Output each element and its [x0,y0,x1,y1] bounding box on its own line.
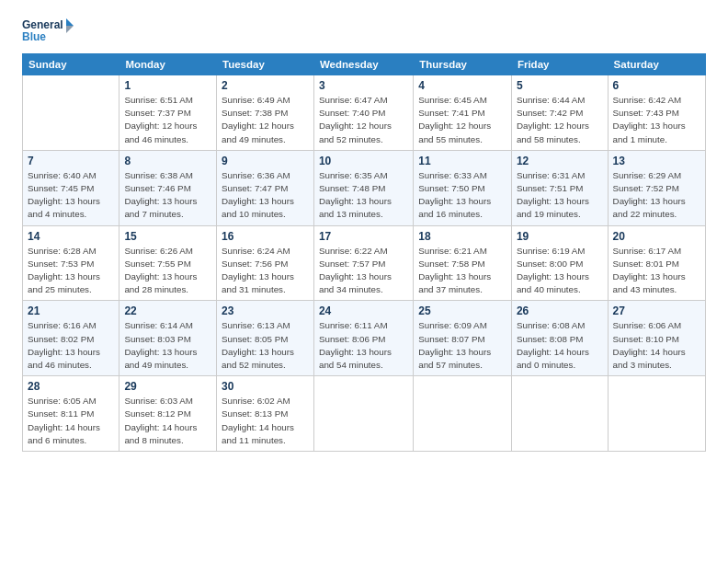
calendar-cell: 10Sunrise: 6:35 AM Sunset: 7:48 PM Dayli… [313,150,413,225]
day-detail: Sunrise: 6:11 AM Sunset: 8:06 PM Dayligh… [319,319,408,372]
calendar-cell: 27Sunrise: 6:06 AM Sunset: 8:10 PM Dayli… [608,301,705,376]
day-number: 14 [28,230,114,243]
day-detail: Sunrise: 6:49 AM Sunset: 7:38 PM Dayligh… [222,94,309,146]
calendar-cell: 23Sunrise: 6:13 AM Sunset: 8:05 PM Dayli… [217,301,314,376]
day-number: 11 [418,155,506,167]
day-detail: Sunrise: 6:19 AM Sunset: 8:00 PM Dayligh… [517,245,603,297]
day-number: 30 [222,380,309,393]
day-detail: Sunrise: 6:33 AM Sunset: 7:50 PM Dayligh… [418,169,506,222]
day-number: 19 [517,230,603,243]
calendar-cell [414,376,512,452]
day-detail: Sunrise: 6:28 AM Sunset: 7:53 PM Dayligh… [28,245,114,297]
day-number: 20 [613,230,700,243]
day-number: 23 [222,304,309,317]
calendar-cell: 16Sunrise: 6:24 AM Sunset: 7:56 PM Dayli… [217,225,314,301]
calendar-cell: 15Sunrise: 6:26 AM Sunset: 7:55 PM Dayli… [119,225,217,301]
calendar-cell: 18Sunrise: 6:21 AM Sunset: 7:58 PM Dayli… [414,225,512,301]
week-row-3: 14Sunrise: 6:28 AM Sunset: 7:53 PM Dayli… [23,225,706,301]
weekday-header-tuesday: Tuesday [217,54,314,75]
logo: General Blue [22,17,77,50]
week-row-5: 28Sunrise: 6:05 AM Sunset: 8:11 PM Dayli… [23,376,706,452]
calendar-table: SundayMondayTuesdayWednesdayThursdayFrid… [22,53,706,452]
weekday-header-sunday: Sunday [23,54,119,75]
day-detail: Sunrise: 6:31 AM Sunset: 7:51 PM Dayligh… [517,169,603,222]
day-number: 21 [28,304,114,317]
calendar-cell: 19Sunrise: 6:19 AM Sunset: 8:00 PM Dayli… [511,225,608,301]
day-detail: Sunrise: 6:29 AM Sunset: 7:52 PM Dayligh… [613,169,700,222]
calendar-cell [608,376,705,452]
week-row-4: 21Sunrise: 6:16 AM Sunset: 8:02 PM Dayli… [23,301,706,376]
day-detail: Sunrise: 6:14 AM Sunset: 8:03 PM Dayligh… [124,319,211,372]
day-detail: Sunrise: 6:05 AM Sunset: 8:11 PM Dayligh… [28,395,114,447]
calendar-cell [511,376,608,452]
calendar-cell: 12Sunrise: 6:31 AM Sunset: 7:51 PM Dayli… [511,150,608,225]
weekday-header-wednesday: Wednesday [313,54,413,75]
day-number: 13 [613,155,700,167]
page: General Blue SundayMondayTuesdayWednesda… [0,0,728,463]
day-detail: Sunrise: 6:03 AM Sunset: 8:12 PM Dayligh… [124,395,211,447]
header: General Blue [22,17,706,50]
day-number: 1 [124,79,211,92]
day-number: 9 [222,155,309,167]
day-detail: Sunrise: 6:13 AM Sunset: 8:05 PM Dayligh… [222,319,309,372]
calendar-cell: 3Sunrise: 6:47 AM Sunset: 7:40 PM Daylig… [313,75,413,151]
day-number: 22 [124,304,211,317]
calendar-cell: 8Sunrise: 6:38 AM Sunset: 7:46 PM Daylig… [119,150,217,225]
day-number: 27 [613,304,700,317]
day-detail: Sunrise: 6:02 AM Sunset: 8:13 PM Dayligh… [222,395,309,447]
day-detail: Sunrise: 6:06 AM Sunset: 8:10 PM Dayligh… [613,319,700,372]
day-detail: Sunrise: 6:36 AM Sunset: 7:47 PM Dayligh… [222,169,309,222]
day-number: 6 [613,79,700,92]
day-detail: Sunrise: 6:24 AM Sunset: 7:56 PM Dayligh… [222,245,309,297]
day-detail: Sunrise: 6:38 AM Sunset: 7:46 PM Dayligh… [124,169,211,222]
calendar-cell: 14Sunrise: 6:28 AM Sunset: 7:53 PM Dayli… [23,225,119,301]
day-number: 25 [418,304,506,317]
week-row-1: 1Sunrise: 6:51 AM Sunset: 7:37 PM Daylig… [23,75,706,151]
calendar-cell: 9Sunrise: 6:36 AM Sunset: 7:47 PM Daylig… [217,150,314,225]
day-detail: Sunrise: 6:51 AM Sunset: 7:37 PM Dayligh… [124,94,211,146]
weekday-header-monday: Monday [119,54,217,75]
day-detail: Sunrise: 6:42 AM Sunset: 7:43 PM Dayligh… [613,94,700,146]
svg-text:General: General [22,18,63,31]
calendar-cell: 30Sunrise: 6:02 AM Sunset: 8:13 PM Dayli… [217,376,314,452]
calendar-cell: 20Sunrise: 6:17 AM Sunset: 8:01 PM Dayli… [608,225,705,301]
week-row-2: 7Sunrise: 6:40 AM Sunset: 7:45 PM Daylig… [23,150,706,225]
calendar-cell: 26Sunrise: 6:08 AM Sunset: 8:08 PM Dayli… [511,301,608,376]
svg-marker-2 [66,26,74,33]
calendar-cell: 2Sunrise: 6:49 AM Sunset: 7:38 PM Daylig… [217,75,314,151]
day-number: 7 [28,155,114,167]
calendar-cell: 29Sunrise: 6:03 AM Sunset: 8:12 PM Dayli… [119,376,217,452]
calendar-cell: 1Sunrise: 6:51 AM Sunset: 7:37 PM Daylig… [119,75,217,151]
calendar-cell [23,75,119,151]
calendar-cell: 21Sunrise: 6:16 AM Sunset: 8:02 PM Dayli… [23,301,119,376]
day-number: 18 [418,230,506,243]
weekday-header-friday: Friday [511,54,608,75]
day-number: 15 [124,230,211,243]
calendar-cell: 28Sunrise: 6:05 AM Sunset: 8:11 PM Dayli… [23,376,119,452]
day-number: 8 [124,155,211,167]
calendar-cell: 11Sunrise: 6:33 AM Sunset: 7:50 PM Dayli… [414,150,512,225]
calendar-cell [313,376,413,452]
day-number: 28 [28,380,114,393]
svg-marker-1 [66,18,74,26]
calendar-cell: 17Sunrise: 6:22 AM Sunset: 7:57 PM Dayli… [313,225,413,301]
day-detail: Sunrise: 6:09 AM Sunset: 8:07 PM Dayligh… [418,319,506,372]
day-detail: Sunrise: 6:08 AM Sunset: 8:08 PM Dayligh… [517,319,603,372]
calendar-cell: 22Sunrise: 6:14 AM Sunset: 8:03 PM Dayli… [119,301,217,376]
calendar-cell: 4Sunrise: 6:45 AM Sunset: 7:41 PM Daylig… [414,75,512,151]
calendar-cell: 13Sunrise: 6:29 AM Sunset: 7:52 PM Dayli… [608,150,705,225]
calendar-cell: 6Sunrise: 6:42 AM Sunset: 7:43 PM Daylig… [608,75,705,151]
day-number: 12 [517,155,603,167]
logo-svg: General Blue [22,17,77,50]
day-detail: Sunrise: 6:22 AM Sunset: 7:57 PM Dayligh… [319,245,408,297]
day-detail: Sunrise: 6:21 AM Sunset: 7:58 PM Dayligh… [418,245,506,297]
weekday-header-thursday: Thursday [414,54,512,75]
calendar-cell: 5Sunrise: 6:44 AM Sunset: 7:42 PM Daylig… [511,75,608,151]
svg-text:Blue: Blue [22,30,46,43]
day-number: 3 [319,79,408,92]
day-detail: Sunrise: 6:45 AM Sunset: 7:41 PM Dayligh… [418,94,506,146]
day-number: 10 [319,155,408,167]
day-number: 17 [319,230,408,243]
day-number: 24 [319,304,408,317]
day-number: 5 [517,79,603,92]
